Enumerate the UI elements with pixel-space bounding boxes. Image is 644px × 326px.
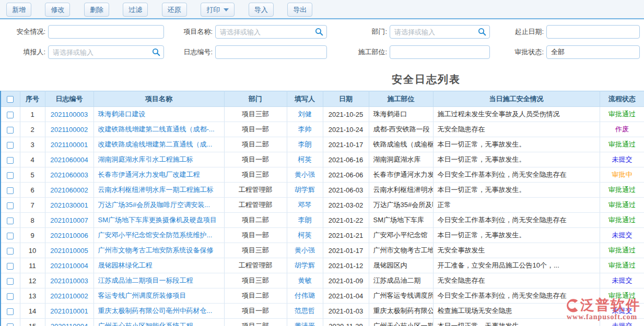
import-button[interactable]: 导入 <box>249 3 274 17</box>
add-button[interactable]: 新增 <box>6 3 31 17</box>
edit-button[interactable]: 修改 <box>45 3 70 17</box>
construction-part-input[interactable] <box>390 45 490 59</box>
project-name-link[interactable]: 重庆太极制药有限公司亳州中药材仓... <box>98 307 213 315</box>
writer-link[interactable]: 李朗 <box>298 216 312 224</box>
writer-link[interactable]: 胡学辉 <box>295 261 315 269</box>
delete-button[interactable]: 删除 <box>84 3 109 17</box>
writer-link[interactable]: 李朗 <box>298 140 312 148</box>
log-number-link[interactable]: 2021100001 <box>51 141 88 149</box>
row-checkbox[interactable] <box>7 323 14 326</box>
row-checkbox[interactable] <box>7 263 14 270</box>
export-button[interactable]: 导出 <box>287 3 312 17</box>
table-row[interactable]: 12021100003珠海鹤港口建设项目三部刘健2021-10-25珠海鹤港口施… <box>1 107 644 122</box>
search-icon[interactable] <box>315 28 323 36</box>
writer-link[interactable]: 黄小强 <box>295 171 315 178</box>
department-cell: 工程管理部 <box>224 258 287 273</box>
table-row[interactable]: 42021060004湖南洞庭湖水库引水工程施工标项目一部柯英2021-06-1… <box>1 152 644 167</box>
row-checkbox[interactable] <box>7 278 14 285</box>
row-checkbox[interactable] <box>7 112 14 118</box>
date-range-input[interactable] <box>546 25 640 39</box>
log-number-link[interactable]: 2021010006 <box>50 232 88 239</box>
writer-link[interactable]: 刘健 <box>298 110 312 118</box>
writer-link[interactable]: 邓琴 <box>298 201 312 209</box>
print-button[interactable]: 打印 <box>201 3 235 17</box>
project-name-link[interactable]: 云南水利枢纽潜明水库一期工程施工标 <box>98 186 214 194</box>
table-row[interactable]: 82021010007SM广场地下车库更换摄像机及硬盘项目项目二部李朗2021-… <box>1 213 644 228</box>
row-checkbox[interactable] <box>7 142 14 149</box>
project-name-link[interactable]: 广安邓小平纪念馆安全防范系统维护... <box>98 231 213 239</box>
filter-button[interactable]: 过滤 <box>123 3 148 17</box>
table-row[interactable]: 102021010005广州市文物考古工地安防系统设备保修项目三部黄小强2021… <box>1 243 644 258</box>
writer-link[interactable]: 胡学辉 <box>295 186 315 194</box>
row-checkbox[interactable] <box>7 202 14 209</box>
log-number-label: 日志编号: <box>168 45 215 59</box>
search-icon[interactable] <box>152 48 160 56</box>
log-number-link[interactable]: 2021010002 <box>50 292 88 300</box>
project-name-link[interactable]: 客运专线广州调度所装修项目 <box>98 292 186 299</box>
writer-link[interactable]: 黄敏 <box>298 276 312 284</box>
log-number-link[interactable]: 2020110004 <box>51 322 88 326</box>
project-name-link[interactable]: 万达广场35#会所及咖啡厅空调安装... <box>98 201 210 209</box>
table-row[interactable]: 152020110004广州天心苑小区智能化系统工程项目二部董清平2020-11… <box>1 319 644 326</box>
reporter-input[interactable] <box>48 45 164 59</box>
row-checkbox[interactable] <box>7 157 14 164</box>
approval-status-select[interactable]: 全部 <box>546 45 640 59</box>
project-name-link[interactable]: 改建铁路线增建第二线直通线（成都-... <box>98 125 215 133</box>
row-checkbox[interactable] <box>7 308 14 315</box>
search-icon[interactable] <box>478 28 486 36</box>
select-all-checkbox[interactable] <box>7 96 14 103</box>
project-name-link[interactable]: 江苏成品油二期项目一标段工程 <box>98 276 193 284</box>
project-name-input[interactable] <box>215 25 327 39</box>
writer-link[interactable]: 柯英 <box>298 231 312 239</box>
project-name-link[interactable]: 珠海鹤港口建设 <box>98 110 146 118</box>
log-number-link[interactable]: 2021100003 <box>51 111 88 118</box>
table-row[interactable]: 122021010003江苏成品油二期项目一标段工程项目三部黄敏2021-01-… <box>1 273 644 288</box>
table-row[interactable]: 142021010001重庆太极制药有限公司亳州中药材仓...项目一部范思哲20… <box>1 304 644 319</box>
row-checkbox[interactable] <box>7 127 14 134</box>
department-cell: 项目一部 <box>224 228 287 243</box>
row-checkbox[interactable] <box>7 218 14 224</box>
log-number-link[interactable]: 2021060003 <box>50 171 88 179</box>
log-number-link[interactable]: 2021010001 <box>50 307 88 315</box>
table-row[interactable]: 62021060002云南水利枢纽潜明水库一期工程施工标工程管理部胡学辉2021… <box>1 183 644 198</box>
row-checkbox[interactable] <box>7 172 14 179</box>
row-number-cell: 6 <box>20 183 45 198</box>
log-number-link[interactable]: 2021030001 <box>50 201 88 209</box>
log-number-link[interactable]: 2021100002 <box>51 126 88 134</box>
table-row[interactable]: 22021100002改建铁路线增建第二线直通线（成都-...项目一部李帅202… <box>1 122 644 137</box>
restore-button[interactable]: 还原 <box>162 3 187 17</box>
log-number-link[interactable]: 2021060002 <box>50 186 88 194</box>
writer-cell: 刘健 <box>287 107 323 122</box>
project-name-link[interactable]: 湖南洞庭湖水库引水工程施工标 <box>98 155 193 163</box>
writer-link[interactable]: 付伟璐 <box>295 292 315 299</box>
table-row[interactable]: 132021010002客运专线广州调度所装修项目项目二部付伟璐2021-01-… <box>1 288 644 304</box>
log-number-input[interactable] <box>215 45 327 59</box>
table-row[interactable]: 72021030001万达广场35#会所及咖啡厅空调安装...工程管理部邓琴20… <box>1 198 644 213</box>
table-row[interactable]: 112021010004晟铭园林绿化工程工程管理部胡学辉2021-01-12晟铭… <box>1 258 644 273</box>
project-name-link[interactable]: 广州天心苑小区智能化系统工程 <box>98 322 193 326</box>
writer-link[interactable]: 董清平 <box>295 322 315 326</box>
table-row[interactable]: 52021060003长春市伊通河水力发电厂改建工程项目三部黄小强2021-06… <box>1 167 644 183</box>
table-row[interactable]: 32021100001改建铁路成渝线增建第二直通线（成...项目二部李朗2021… <box>1 137 644 152</box>
row-checkbox[interactable] <box>7 248 14 255</box>
log-number-link[interactable]: 2021010003 <box>50 277 88 285</box>
writer-link[interactable]: 黄小强 <box>295 246 315 254</box>
row-checkbox[interactable] <box>7 233 14 239</box>
project-name-link[interactable]: 广州市文物考古工地安防系统设备保修 <box>98 246 214 254</box>
project-name-link[interactable]: 晟铭园林绿化工程 <box>98 261 153 269</box>
project-name-link[interactable]: 改建铁路成渝线增建第二直通线（成... <box>98 140 213 148</box>
log-number-link[interactable]: 2021010005 <box>50 247 88 255</box>
row-checkbox[interactable] <box>7 293 14 300</box>
department-input[interactable] <box>390 25 490 39</box>
row-checkbox[interactable] <box>7 187 14 194</box>
project-name-link[interactable]: 长春市伊通河水力发电厂改建工程 <box>98 171 200 178</box>
log-number-link[interactable]: 2021010004 <box>50 262 88 270</box>
log-number-link[interactable]: 2021060004 <box>50 156 88 164</box>
log-number-link[interactable]: 2021010007 <box>50 216 88 224</box>
writer-link[interactable]: 柯英 <box>298 155 312 163</box>
project-name-link[interactable]: SM广场地下车库更换摄像机及硬盘项目 <box>98 216 217 224</box>
writer-link[interactable]: 李帅 <box>298 125 312 133</box>
safety-situation-input[interactable] <box>48 25 164 39</box>
table-row[interactable]: 92021010006广安邓小平纪念馆安全防范系统维护...项目一部柯英2021… <box>1 228 644 243</box>
writer-link[interactable]: 范思哲 <box>295 307 315 315</box>
